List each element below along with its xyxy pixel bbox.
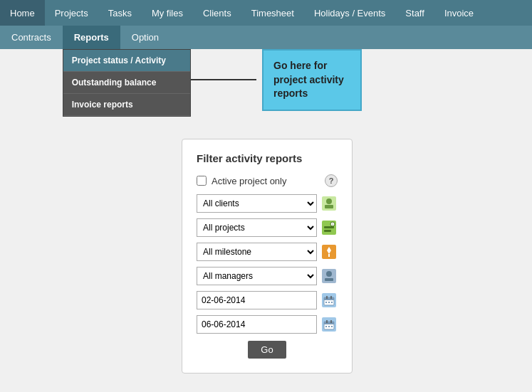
- projects-select[interactable]: All projects: [197, 218, 317, 237]
- subnav-reports[interactable]: Reports Project status / Activity Outsta…: [63, 26, 120, 49]
- dropdown-project-status[interactable]: Project status / Activity: [63, 50, 190, 72]
- nav-projects[interactable]: Projects: [45, 0, 98, 26]
- sub-navbar: Contracts Reports Project status / Activ…: [0, 26, 532, 49]
- nav-clients[interactable]: Clients: [193, 0, 241, 26]
- svg-rect-27: [325, 326, 327, 327]
- nav-timesheet[interactable]: Timesheet: [241, 0, 304, 26]
- subnav-contracts[interactable]: Contracts: [0, 26, 63, 49]
- active-project-row: Active project only ?: [197, 174, 338, 187]
- dropdown-invoice-reports[interactable]: Invoice reports: [63, 94, 190, 116]
- svg-rect-28: [328, 326, 330, 327]
- start-date-input[interactable]: [197, 291, 317, 309]
- svg-rect-29: [331, 326, 333, 327]
- nav-home[interactable]: Home: [0, 0, 45, 26]
- svg-rect-19: [325, 302, 327, 303]
- managers-row: All managers: [197, 267, 338, 285]
- filter-panel: Filter activity reports Active project o…: [182, 139, 353, 374]
- end-date-input[interactable]: [197, 315, 317, 334]
- callout-box: Go here for project activity reports: [262, 49, 362, 111]
- nav-invoice[interactable]: Invoice: [434, 0, 484, 26]
- nav-staff[interactable]: Staff: [395, 0, 434, 26]
- svg-rect-13: [325, 278, 333, 281]
- managers-select[interactable]: All managers: [197, 267, 317, 285]
- svg-text:i: i: [332, 222, 333, 226]
- end-date-row: [197, 315, 338, 334]
- dropdown-outstanding-balance[interactable]: Outstanding balance: [63, 72, 190, 94]
- end-calendar-icon[interactable]: [320, 316, 338, 333]
- nav-tasks[interactable]: Tasks: [98, 0, 142, 26]
- active-project-checkbox[interactable]: [197, 176, 207, 186]
- svg-rect-24: [324, 322, 334, 324]
- milestone-row: All milestone: [197, 243, 338, 261]
- start-calendar-icon[interactable]: [320, 292, 338, 309]
- nav-myfiles[interactable]: My files: [142, 0, 193, 26]
- svg-rect-1: [325, 205, 333, 208]
- svg-rect-16: [324, 297, 334, 300]
- clients-row: All clients: [197, 194, 338, 213]
- projects-row: All projects i: [197, 218, 338, 237]
- reports-dropdown: Project status / Activity Outstanding ba…: [63, 49, 191, 117]
- nav-holidays[interactable]: Holidays / Events: [304, 0, 395, 26]
- svg-rect-20: [328, 302, 330, 303]
- clients-icon: [320, 195, 338, 212]
- subnav-option[interactable]: Option: [120, 26, 170, 49]
- svg-rect-10: [328, 254, 330, 257]
- svg-point-2: [326, 198, 332, 204]
- clients-select[interactable]: All clients: [197, 194, 317, 213]
- filter-title: Filter activity reports: [197, 152, 338, 164]
- milestone-icon: [320, 243, 338, 260]
- svg-rect-5: [324, 230, 331, 232]
- active-project-label: Active project only: [212, 176, 325, 186]
- go-button[interactable]: Go: [248, 341, 286, 359]
- svg-point-12: [326, 271, 332, 277]
- projects-icon: i: [320, 219, 338, 236]
- help-icon[interactable]: ?: [325, 174, 338, 187]
- svg-rect-21: [331, 302, 333, 303]
- top-navbar: Home Projects Tasks My files Clients Tim…: [0, 0, 532, 26]
- start-date-row: [197, 291, 338, 309]
- managers-icon: [320, 267, 338, 285]
- milestone-select[interactable]: All milestone: [197, 243, 317, 261]
